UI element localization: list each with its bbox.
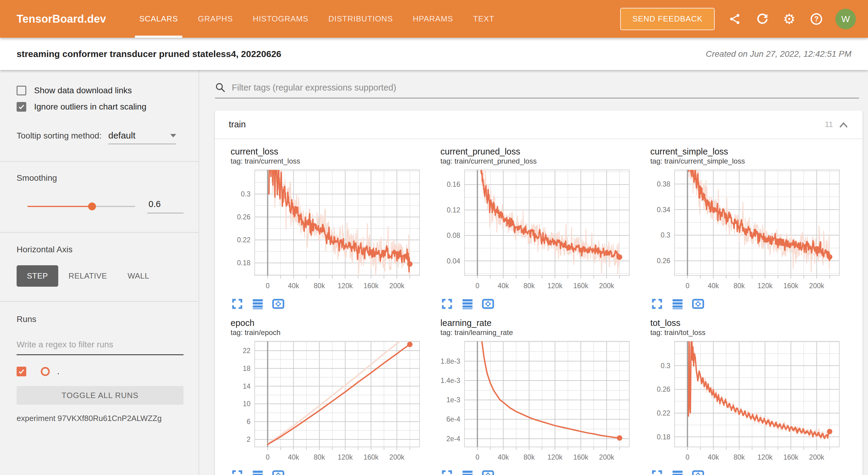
svg-text:0.3: 0.3 xyxy=(241,190,250,198)
fit-domain-icon[interactable] xyxy=(482,297,495,311)
data-table-icon[interactable] xyxy=(461,469,474,475)
runs-filter-input[interactable]: Write a regex to filter runs xyxy=(17,340,184,355)
help-icon[interactable]: ? xyxy=(809,12,823,26)
fit-domain-icon[interactable] xyxy=(272,469,285,475)
svg-text:80k: 80k xyxy=(524,282,535,290)
svg-text:0.18: 0.18 xyxy=(657,433,670,441)
chart-title: epoch xyxy=(230,318,432,328)
tab-histograms[interactable]: HISTOGRAMS xyxy=(253,0,308,38)
svg-text:0: 0 xyxy=(476,453,479,461)
svg-text:200k: 200k xyxy=(599,282,614,290)
chart-plot-tot_loss[interactable]: 0.180.220.260.3040k80k120k160k200k xyxy=(650,340,843,465)
data-table-icon[interactable] xyxy=(671,297,684,311)
tooltip-sorting-select[interactable]: default xyxy=(108,130,176,144)
svg-text:0.34: 0.34 xyxy=(657,206,670,214)
fit-domain-icon[interactable] xyxy=(272,297,285,311)
experiment-id: experiment 97VKXf80Ru61CnP2ALWZZg xyxy=(17,414,184,423)
tag-filter-input[interactable]: Filter tags (regular expressions support… xyxy=(215,82,859,98)
fit-domain-icon[interactable] xyxy=(691,469,705,475)
data-table-icon[interactable] xyxy=(251,297,265,311)
chevron-up-icon[interactable] xyxy=(838,121,849,128)
expand-icon[interactable] xyxy=(440,297,454,311)
expand-icon[interactable] xyxy=(650,297,664,311)
fit-domain-icon[interactable] xyxy=(482,469,495,475)
avatar[interactable]: W xyxy=(835,9,856,29)
tab-text[interactable]: TEXT xyxy=(473,0,494,38)
run-checkbox[interactable] xyxy=(17,367,26,376)
slider-fill xyxy=(28,206,92,207)
svg-text:80k: 80k xyxy=(734,453,745,461)
chart-tag: tag: train/epoch xyxy=(230,328,432,337)
app-logo[interactable]: TensorBoard.dev xyxy=(17,13,106,25)
train-section-header[interactable]: train 11 xyxy=(215,110,863,139)
svg-text:0.3: 0.3 xyxy=(661,362,670,370)
tooltip-sorting-row: Tooltip sorting method: default xyxy=(17,130,184,144)
svg-text:0: 0 xyxy=(266,282,270,290)
tag-filter-placeholder: Filter tags (regular expressions support… xyxy=(232,83,396,93)
smoothing-slider[interactable] xyxy=(28,206,135,207)
show-download-links-checkbox[interactable]: Show data download links xyxy=(17,86,184,95)
expand-icon[interactable] xyxy=(230,297,244,311)
tab-distributions[interactable]: DISTRIBUTIONS xyxy=(329,0,393,38)
svg-text:0.38: 0.38 xyxy=(657,180,670,188)
checkbox-icon[interactable] xyxy=(17,102,26,112)
svg-text:160k: 160k xyxy=(363,282,378,290)
chart-plot-current_pruned_loss[interactable]: 0.040.080.120.16040k80k120k160k200k xyxy=(440,168,633,294)
send-feedback-button[interactable]: SEND FEEDBACK xyxy=(620,8,715,30)
svg-text:0.26: 0.26 xyxy=(657,385,670,393)
tab-scalars[interactable]: SCALARS xyxy=(139,0,178,38)
selected-value: default xyxy=(108,130,165,140)
chart-plot-epoch[interactable]: 2610141822040k80k120k160k200k xyxy=(230,340,424,465)
chart-title: current_pruned_loss xyxy=(440,146,642,157)
svg-text:40k: 40k xyxy=(708,282,719,290)
svg-text:200k: 200k xyxy=(599,453,614,461)
share-icon[interactable] xyxy=(728,12,742,26)
chart-plot-learning_rate[interactable]: 2e-46e-41e-31.4e-31.8e-3040k80k120k160k2… xyxy=(440,340,633,465)
smoothing-label: Smoothing xyxy=(17,173,184,183)
data-table-icon[interactable] xyxy=(671,469,684,475)
svg-text:?: ? xyxy=(814,15,819,23)
svg-text:160k: 160k xyxy=(574,453,589,461)
svg-text:18: 18 xyxy=(243,365,250,372)
tab-graphs[interactable]: GRAPHS xyxy=(198,0,233,38)
axis-option-relative[interactable]: RELATIVE xyxy=(58,265,117,287)
created-timestamp: Created on Jun 27, 2022, 12:42:51 PM xyxy=(706,49,851,59)
fit-domain-icon[interactable] xyxy=(691,297,705,311)
smoothing-value-input[interactable]: 0.6 xyxy=(147,199,184,213)
run-color-swatch[interactable] xyxy=(41,367,50,376)
data-table-icon[interactable] xyxy=(461,297,474,311)
svg-text:0: 0 xyxy=(685,453,689,461)
checkbox-icon[interactable] xyxy=(17,86,26,95)
refresh-icon[interactable] xyxy=(755,12,769,26)
svg-text:40k: 40k xyxy=(498,282,509,290)
tab-hparams[interactable]: HPARAMS xyxy=(413,0,453,38)
chart-tag: tag: train/tot_loss xyxy=(650,328,852,337)
axis-option-wall[interactable]: WALL xyxy=(117,265,160,287)
svg-text:10: 10 xyxy=(243,400,250,408)
data-table-icon[interactable] xyxy=(251,469,265,475)
chart-title: learning_rate xyxy=(440,318,642,328)
svg-text:120k: 120k xyxy=(338,453,353,461)
slider-thumb[interactable] xyxy=(88,202,96,210)
chart-tag: tag: train/current_loss xyxy=(230,157,432,166)
toggle-all-runs-button[interactable]: TOGGLE ALL RUNS xyxy=(17,386,184,405)
svg-text:0.12: 0.12 xyxy=(447,206,461,214)
svg-text:0.08: 0.08 xyxy=(447,231,461,239)
expand-icon[interactable] xyxy=(230,469,244,475)
expand-icon[interactable] xyxy=(650,469,664,475)
ignore-outliers-checkbox[interactable]: Ignore outliers in chart scaling xyxy=(17,102,184,112)
svg-text:120k: 120k xyxy=(338,282,353,290)
chart-toolbar xyxy=(230,297,432,311)
expand-icon[interactable] xyxy=(440,469,454,475)
checkbox-label: Show data download links xyxy=(34,86,132,95)
axis-option-step[interactable]: STEP xyxy=(17,265,58,287)
tensorboard-app: TensorBoard.dev SCALARSGRAPHSHISTOGRAMSD… xyxy=(0,0,868,475)
chart-plot-current_loss[interactable]: 0.180.220.260.3040k80k120k160k200k xyxy=(230,168,424,294)
settings-icon[interactable]: ⚙ xyxy=(782,12,796,26)
svg-text:0.22: 0.22 xyxy=(657,409,670,417)
page-title: streaming conformer transducer pruned st… xyxy=(17,49,281,59)
svg-text:0.18: 0.18 xyxy=(237,259,250,267)
chart-plot-current_simple_loss[interactable]: 0.260.30.340.38040k80k120k160k200k xyxy=(650,168,843,294)
svg-text:160k: 160k xyxy=(783,453,798,461)
svg-text:160k: 160k xyxy=(574,282,589,290)
